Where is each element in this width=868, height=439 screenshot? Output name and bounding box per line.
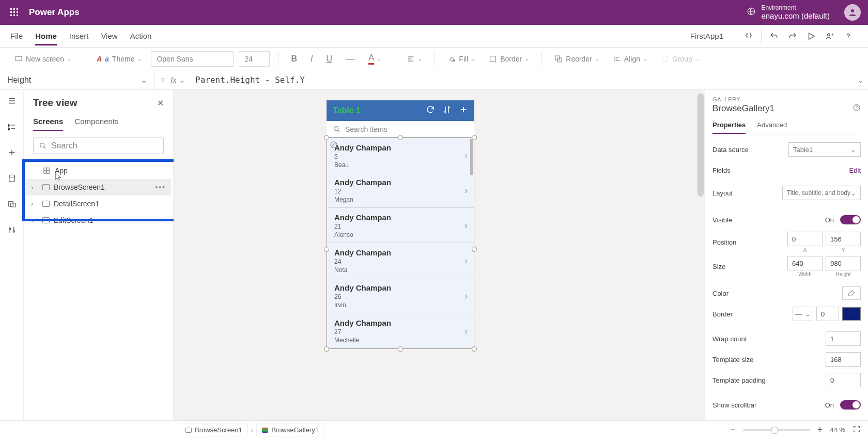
selection-handle[interactable]	[324, 135, 329, 140]
prop-height-input[interactable]: 980	[826, 256, 861, 270]
play-icon[interactable]	[802, 27, 820, 46]
tab-screens[interactable]: Screens	[33, 114, 63, 131]
font-color-button[interactable]: A⌄	[364, 51, 385, 67]
chevron-right-icon[interactable]: ›	[31, 216, 38, 224]
user-avatar[interactable]	[844, 4, 861, 21]
reorder-button[interactable]: Reorder⌄	[550, 53, 603, 65]
prop-visible-toggle[interactable]	[840, 215, 861, 224]
add-icon[interactable]	[459, 105, 468, 116]
app-checker-icon[interactable]	[739, 27, 758, 46]
selection-handle[interactable]	[398, 346, 403, 352]
selection-handle[interactable]	[324, 346, 329, 352]
fit-to-screen-icon[interactable]	[853, 425, 861, 435]
selection-handle[interactable]	[472, 135, 477, 140]
tab-advanced[interactable]: Advanced	[757, 118, 787, 134]
tree-item-browsescreen[interactable]: › BrowseScreen1 •••	[26, 179, 171, 195]
gallery-item[interactable]: Andy Champan 21 Alonso ›	[327, 208, 474, 243]
insert-icon[interactable]	[7, 148, 17, 159]
chevron-right-icon[interactable]: ›	[464, 291, 468, 301]
gallery-scrollbar[interactable]	[470, 139, 473, 175]
help-icon[interactable]	[839, 27, 858, 46]
prop-layout-dropdown[interactable]: Title, subtitle, and body⌄	[782, 186, 861, 200]
tab-properties[interactable]: Properties	[712, 118, 746, 134]
breadcrumb-control[interactable]: BrowseGallery1	[256, 423, 324, 436]
gallery-item[interactable]: Andy Champan 27 Mechelle ›	[327, 313, 474, 349]
breadcrumb-screen[interactable]: BrowseScreen1	[180, 423, 248, 436]
text-align-button[interactable]: ⌄	[402, 53, 426, 65]
zoom-slider[interactable]	[743, 429, 810, 431]
formula-input[interactable]: Parent.Height - Self.Y	[191, 75, 853, 85]
sort-icon[interactable]	[442, 105, 452, 116]
menu-view[interactable]: View	[101, 26, 117, 46]
media-icon[interactable]	[7, 200, 17, 211]
close-icon[interactable]: ✕	[157, 98, 164, 108]
prop-border-width-input[interactable]: 0	[816, 307, 839, 321]
underline-button[interactable]: U	[322, 52, 336, 66]
chevron-right-icon[interactable]: ›	[464, 150, 468, 161]
selection-handle[interactable]	[398, 135, 403, 140]
font-selector[interactable]: Open Sans	[151, 51, 234, 67]
prop-template-padding-input[interactable]: 0	[826, 373, 861, 387]
tree-search-input[interactable]: Search	[33, 138, 164, 154]
prop-color-button[interactable]	[842, 286, 861, 300]
selection-handle[interactable]	[472, 346, 477, 352]
border-button[interactable]: Border⌄	[485, 53, 533, 65]
theme-button[interactable]: Aa Theme⌄	[92, 53, 146, 65]
prop-template-size-input[interactable]: 168	[826, 352, 861, 367]
tree-item-editscreen[interactable]: › EditScreen1	[26, 212, 171, 229]
gallery-item[interactable]: Andy Champan 12 Megan ›	[327, 173, 474, 208]
menu-home[interactable]: Home	[35, 26, 57, 46]
fill-button[interactable]: Fill⌄	[443, 53, 479, 65]
prop-border-style-dropdown[interactable]: —⌄	[793, 307, 813, 321]
environment-picker[interactable]: Environment enayu.com (default)	[761, 4, 830, 21]
hamburger-icon[interactable]	[7, 96, 17, 108]
prop-fields-edit-link[interactable]: Edit	[849, 166, 861, 174]
prop-wrap-input[interactable]: 1	[826, 331, 861, 346]
group-button[interactable]: Group⌄	[657, 53, 704, 65]
more-options-icon[interactable]: •••	[155, 183, 166, 191]
zoom-out-button[interactable]: −	[730, 425, 736, 435]
new-screen-button[interactable]: New screen⌄	[10, 53, 75, 65]
prop-scrollbar-toggle[interactable]	[840, 400, 861, 410]
menu-action[interactable]: Action	[130, 26, 152, 46]
font-size-selector[interactable]: 24	[239, 51, 270, 67]
prop-position-y-input[interactable]: 156	[826, 232, 861, 246]
refresh-icon[interactable]	[426, 105, 435, 116]
prop-datasource-dropdown[interactable]: Table1⌄	[788, 142, 861, 157]
selection-handle[interactable]	[324, 247, 329, 252]
tree-item-app[interactable]: App	[26, 162, 171, 179]
gallery-item[interactable]: Andy Champan 24 Neta ›	[327, 243, 474, 278]
menu-file[interactable]: File	[10, 26, 23, 46]
chevron-right-icon[interactable]: ›	[31, 183, 38, 191]
prop-border-color-swatch[interactable]	[842, 307, 861, 321]
advanced-tools-icon[interactable]	[7, 225, 17, 237]
strikethrough-button[interactable]: —	[342, 51, 359, 66]
formula-expand-icon[interactable]: ⌄	[853, 75, 868, 85]
menu-insert[interactable]: Insert	[69, 26, 89, 46]
canvas[interactable]: Table 1 Search items Andy Champan 5 Beau…	[174, 90, 705, 420]
chevron-right-icon[interactable]: ›	[464, 255, 468, 266]
gallery-item[interactable]: Andy Champan 5 Beau ›	[327, 138, 474, 173]
align-button[interactable]: Align⌄	[609, 53, 652, 65]
chevron-right-icon[interactable]: ›	[464, 185, 468, 196]
undo-icon[interactable]	[765, 27, 783, 46]
data-icon[interactable]	[7, 174, 17, 185]
canvas-scrollbar[interactable]	[698, 93, 704, 196]
prop-width-input[interactable]: 640	[787, 256, 823, 270]
bold-button[interactable]: B	[287, 52, 301, 66]
italic-button[interactable]: I	[306, 52, 317, 66]
chevron-right-icon[interactable]: ›	[464, 326, 468, 337]
property-selector[interactable]: Height⌄	[0, 70, 155, 90]
redo-icon[interactable]	[783, 27, 802, 46]
zoom-in-button[interactable]: +	[817, 425, 823, 435]
gallery-item[interactable]: Andy Champan 26 Irvin ›	[327, 278, 474, 313]
tree-view-icon[interactable]	[7, 122, 17, 133]
browse-gallery[interactable]: Andy Champan 5 Beau › Andy Champan 12 Me…	[327, 138, 474, 349]
help-icon[interactable]	[853, 103, 861, 113]
chevron-right-icon[interactable]: ›	[31, 200, 38, 208]
tab-components[interactable]: Components	[74, 114, 118, 131]
waffle-icon[interactable]	[7, 5, 22, 20]
prop-position-x-input[interactable]: 0	[787, 232, 823, 246]
chevron-right-icon[interactable]: ›	[464, 220, 468, 231]
selection-handle[interactable]	[472, 247, 477, 252]
